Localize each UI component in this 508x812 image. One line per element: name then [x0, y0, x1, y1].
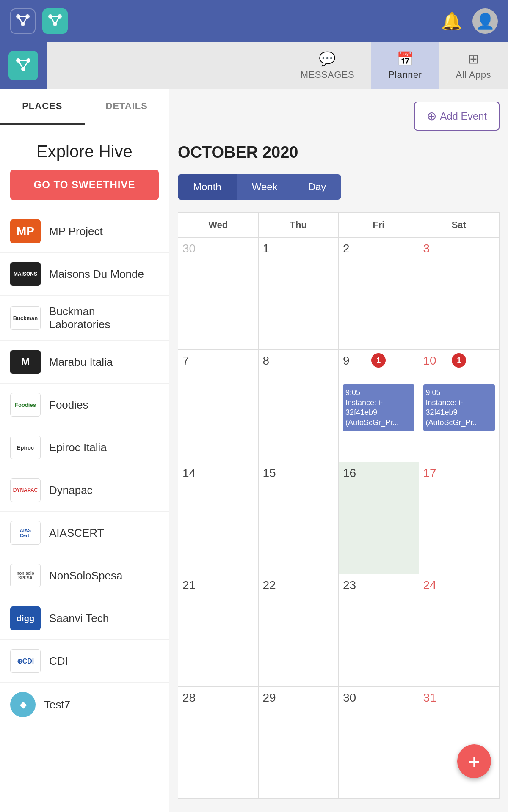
svg-line-5 — [23, 16, 28, 24]
org-logo: MAISONS — [10, 262, 41, 286]
table-row[interactable]: 23 — [339, 574, 419, 686]
table-row[interactable]: 8 — [259, 350, 339, 462]
cal-date: 30 — [343, 691, 414, 705]
table-row[interactable]: 22 — [259, 574, 339, 686]
tab-all-apps[interactable]: ⊞ All Apps — [439, 42, 508, 89]
list-item[interactable]: Foodies Foodies — [0, 384, 169, 426]
svg-line-4 — [18, 16, 23, 24]
tab-planner[interactable]: 📅 Planner — [371, 42, 439, 89]
sidebar: PLACES DETAILS Explore Hive GO TO SWEETH… — [0, 89, 169, 812]
table-row[interactable]: 17 — [419, 462, 500, 574]
col-header-sat: Sat — [419, 213, 500, 238]
cal-event[interactable]: 9:05 Instance: i-32f41eb9 (AutoScGr_Pr..… — [343, 384, 414, 431]
cal-date: 28 — [182, 691, 254, 705]
list-item[interactable]: MP MP Project — [0, 210, 169, 253]
list-item[interactable]: Buckman Buckman Laboratories — [0, 296, 169, 341]
table-row[interactable]: 21 — [178, 574, 259, 686]
details-tab-label: DETAILS — [106, 101, 148, 111]
tab-messages[interactable]: 💬 MESSAGES — [284, 42, 371, 89]
org-name: NonSoloSpesa — [49, 569, 122, 582]
table-row[interactable]: 31 — [419, 687, 500, 799]
sidebar-title: Explore Hive — [0, 125, 169, 170]
app-icon-area — [0, 42, 47, 89]
sidebar-tab-details[interactable]: DETAILS — [85, 89, 169, 125]
view-toggle: Month Week Day — [178, 174, 341, 200]
calendar-header: ⊕ Add Event — [178, 102, 500, 131]
fab-button[interactable]: + — [457, 744, 491, 778]
org-name: Saanvi Tech — [49, 612, 109, 625]
cal-date: 30 — [182, 242, 254, 255]
org-name: Epiroc Italia — [49, 441, 107, 454]
cal-event[interactable]: 9:05 Instance: i-32f41eb9 (AutoScGr_Pr..… — [423, 384, 495, 431]
teal-icon-btn[interactable] — [42, 8, 68, 34]
table-row[interactable]: 16 — [339, 462, 419, 574]
top-nav-left — [10, 8, 68, 34]
avatar[interactable]: 👤 — [472, 8, 498, 34]
org-logo: DYNAPAC — [10, 478, 41, 502]
event-badge: 1 — [452, 353, 466, 368]
sidebar-tabs: PLACES DETAILS — [0, 89, 169, 125]
list-item[interactable]: M Marabu Italia — [0, 341, 169, 384]
svg-line-16 — [18, 60, 23, 69]
table-row[interactable]: 1 — [259, 238, 339, 350]
list-item[interactable]: non soloSPESA NonSoloSpesa — [0, 554, 169, 597]
sidebar-tab-places[interactable]: PLACES — [0, 89, 85, 125]
org-list: MP MP Project MAISONS Maisons Du Monde B… — [0, 210, 169, 812]
event-text: Instance: i-32f41eb9 (AutoScGr_Pr... — [345, 398, 412, 428]
col-header-fri: Fri — [339, 213, 419, 238]
table-row[interactable]: 24 — [419, 574, 500, 686]
cal-date: 31 — [423, 691, 495, 705]
table-row[interactable]: 14 — [178, 462, 259, 574]
view-day-button[interactable]: Day — [293, 174, 342, 200]
nav-tabs: 💬 MESSAGES 📅 Planner ⊞ All Apps — [47, 42, 508, 89]
table-row[interactable]: 30 — [178, 238, 259, 350]
org-name: AIASCERT — [49, 527, 104, 540]
list-item[interactable]: ⊕CDI CDI — [0, 640, 169, 683]
cal-date: 8 — [263, 354, 334, 368]
cal-date: 22 — [263, 579, 334, 592]
view-month-button[interactable]: Month — [178, 174, 237, 200]
list-item[interactable]: ◆ Test7 — [0, 683, 169, 727]
org-name: MP Project — [49, 225, 103, 238]
org-logo: Epiroc — [10, 436, 41, 459]
table-row[interactable]: 2 — [339, 238, 419, 350]
cal-date: 23 — [343, 579, 414, 592]
table-row[interactable]: 28 — [178, 687, 259, 799]
event-time: 9:05 — [345, 388, 412, 398]
table-row[interactable]: 29 — [259, 687, 339, 799]
svg-line-10 — [50, 16, 55, 24]
cal-date: 1 — [263, 242, 334, 255]
tab-messages-label: MESSAGES — [301, 69, 354, 80]
notification-bell-icon[interactable]: 🔔 — [441, 11, 462, 31]
list-item[interactable]: digg Saanvi Tech — [0, 597, 169, 640]
org-logo: ⊕CDI — [10, 649, 41, 673]
org-name: Test7 — [44, 698, 70, 711]
app-icon-inner[interactable] — [8, 51, 38, 80]
top-nav-right: 🔔 👤 — [441, 8, 498, 34]
planner-icon: 📅 — [397, 51, 414, 67]
cal-date: 7 — [182, 354, 254, 368]
calendar-grid: Wed Thu Fri Sat 30 1 2 3 7 8 — [178, 212, 500, 799]
table-row[interactable]: 15 — [259, 462, 339, 574]
org-logo: AIASCert — [10, 521, 41, 545]
table-row[interactable]: 30 — [339, 687, 419, 799]
table-row[interactable]: 3 — [419, 238, 500, 350]
go-to-sweethive-button[interactable]: GO TO SWEETHIVE — [10, 170, 159, 200]
list-item[interactable]: DYNAPAC Dynapac — [0, 469, 169, 512]
logo-icon-btn[interactable] — [10, 8, 36, 34]
list-item[interactable]: Epiroc Epiroc Italia — [0, 426, 169, 469]
org-logo: Foodies — [10, 393, 41, 417]
calendar-month-title: OCTOBER 2020 — [178, 139, 500, 166]
all-apps-icon: ⊞ — [468, 51, 480, 67]
add-event-label: Add Event — [440, 110, 487, 122]
table-row[interactable]: 10 1 9:05 Instance: i-32f41eb9 (AutoScGr… — [419, 350, 500, 462]
secondary-nav: 💬 MESSAGES 📅 Planner ⊞ All Apps — [0, 42, 508, 89]
view-week-button[interactable]: Week — [237, 174, 293, 200]
org-name: Dynapac — [49, 484, 93, 497]
list-item[interactable]: MAISONS Maisons Du Monde — [0, 253, 169, 296]
add-event-button[interactable]: ⊕ Add Event — [414, 102, 500, 131]
list-item[interactable]: AIASCert AIASCERT — [0, 512, 169, 554]
table-row[interactable]: 9 1 9:05 Instance: i-32f41eb9 (AutoScGr_… — [339, 350, 419, 462]
table-row[interactable]: 7 — [178, 350, 259, 462]
cal-date: 29 — [263, 691, 334, 705]
